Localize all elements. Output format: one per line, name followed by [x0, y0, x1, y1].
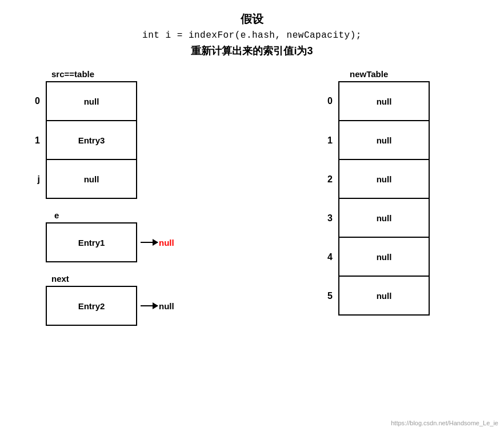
- row-index-1: 1: [23, 135, 46, 146]
- new-table-label: newTable: [350, 69, 388, 79]
- src-table-label: src==table: [51, 69, 94, 79]
- title: 假设: [17, 11, 487, 27]
- new-row-index-2: 2: [315, 174, 338, 185]
- e-label: e: [54, 210, 174, 220]
- new-row-index-0: 0: [315, 96, 338, 106]
- next-section: next Entry2 null: [23, 274, 174, 326]
- watermark: https://blog.csdn.net/Handsome_Le_ie: [391, 420, 498, 426]
- table-cell-1: Entry3: [46, 120, 137, 160]
- new-row-index-4: 4: [315, 252, 338, 262]
- next-label: next: [51, 274, 174, 284]
- table-row: 1 null: [315, 121, 430, 160]
- new-row-index-1: 1: [315, 135, 338, 146]
- table-cell-j: null: [46, 159, 137, 199]
- table-row: j null: [23, 160, 137, 199]
- left-section: src==table 0 null 1 Entry3 j null e: [17, 69, 200, 326]
- content-area: src==table 0 null 1 Entry3 j null e: [17, 69, 487, 326]
- new-row-index-5: 5: [315, 291, 338, 301]
- entry2-text: Entry2: [78, 301, 105, 311]
- code-line: int i = indexFor(e.hash, newCapacity);: [17, 30, 487, 41]
- subtitle: 重新计算出来的索引值i为3: [17, 44, 487, 58]
- new-cell-4: null: [338, 237, 430, 277]
- e-section: e Entry1 null: [23, 210, 174, 262]
- new-cell-5: null: [338, 276, 430, 316]
- entry1-cell: Entry1: [46, 222, 137, 262]
- row-index-0: 0: [23, 96, 46, 106]
- right-section: newTable 0 null 1 null 2 null 3 null: [315, 69, 487, 316]
- e-next-null: null: [159, 238, 174, 248]
- next-row: Entry2 null: [23, 286, 174, 326]
- next-arrow: null: [141, 301, 174, 311]
- next-next-null: null: [159, 301, 174, 311]
- new-cell-3: null: [338, 198, 430, 238]
- header-section: 假设 int i = indexFor(e.hash, newCapacity)…: [17, 11, 487, 58]
- table-row: 5 null: [315, 277, 430, 316]
- table-row: 0 null: [23, 81, 137, 121]
- e-arrow: null: [141, 238, 174, 248]
- table-row: 1 Entry3: [23, 121, 137, 160]
- table-cell-0: null: [46, 81, 137, 121]
- e-row: Entry1 null: [23, 222, 174, 262]
- entry1-text: Entry1: [78, 238, 105, 248]
- table-row: 3 null: [315, 199, 430, 238]
- arrow-line-2: [141, 305, 158, 306]
- src-table: 0 null 1 Entry3 j null: [23, 81, 137, 199]
- new-cell-1: null: [338, 120, 430, 160]
- table-row: 2 null: [315, 160, 430, 199]
- new-cell-2: null: [338, 159, 430, 199]
- new-cell-0: null: [338, 81, 430, 121]
- arrow-line: [141, 242, 158, 243]
- new-row-index-3: 3: [315, 213, 338, 224]
- row-index-j: j: [23, 174, 46, 185]
- table-row: 0 null: [315, 81, 430, 121]
- main-container: 假设 int i = indexFor(e.hash, newCapacity)…: [0, 0, 504, 431]
- entry2-cell: Entry2: [46, 286, 137, 326]
- table-row: 4 null: [315, 238, 430, 277]
- new-table: 0 null 1 null 2 null 3 null 4 null: [315, 81, 430, 316]
